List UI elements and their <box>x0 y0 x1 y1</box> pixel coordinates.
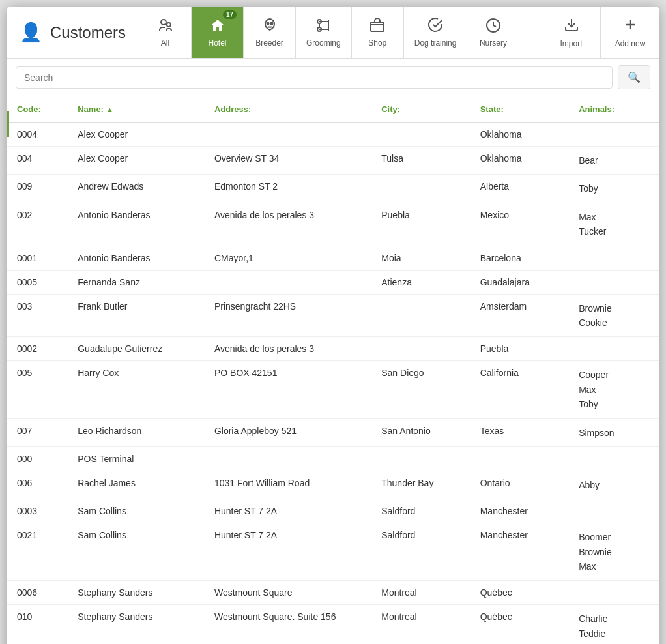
cell-animals: MaxTucker <box>568 203 659 246</box>
col-header-code: Code: <box>7 96 67 123</box>
tab-breeder-label: Breeder <box>255 38 283 48</box>
table-row[interactable]: 010Stephany SandersWestmount Square. Sui… <box>7 605 659 644</box>
cell-name: Rachel James <box>67 471 204 499</box>
cell-state: Manchester <box>470 499 568 523</box>
table-row[interactable]: 000POS Terminal <box>7 446 659 471</box>
left-accent <box>7 111 9 137</box>
sort-arrow-icon: ▲ <box>106 106 113 113</box>
cell-animals: CharlieTeddie <box>568 605 659 644</box>
action-import-label: Import <box>560 39 582 48</box>
tab-dog-training-icon <box>427 18 443 36</box>
cell-city: Montreal <box>371 605 469 644</box>
cell-state: Barcelona <box>470 246 568 270</box>
svg-rect-10 <box>371 22 384 31</box>
tab-nursery[interactable]: Nursery <box>467 7 519 58</box>
cell-address: CMayor,1 <box>204 246 371 270</box>
cell-state: Amsterdam <box>470 294 568 337</box>
header-title: 👤 Customers <box>7 7 139 58</box>
cell-address: Gloria Appleboy 521 <box>204 418 371 446</box>
cell-name: Leo Richardson <box>67 418 204 446</box>
tab-dog-training[interactable]: Dog training <box>404 7 468 58</box>
col-header-name[interactable]: Name:▲ <box>67 96 204 123</box>
cell-name: Stephany Sanders <box>67 605 204 644</box>
col-header-city: City: <box>371 96 469 123</box>
cell-state: Québec <box>470 605 568 644</box>
app-body: 🔍 Code:Name:▲Address:City:State:Animals:… <box>7 59 659 644</box>
cell-city: Tulsa <box>371 147 469 175</box>
table-row[interactable]: 009Andrew EdwadsEdmonton ST 2AlbertaToby <box>7 175 659 203</box>
customers-table: Code:Name:▲Address:City:State:Animals: 0… <box>7 96 659 644</box>
table-row[interactable]: 0003Sam CollinsHunter ST 7 2ASaldfordMan… <box>7 499 659 523</box>
cell-state: Mexico <box>470 203 568 246</box>
cell-state: Guadalajara <box>470 270 568 294</box>
cell-code: 0004 <box>7 123 67 147</box>
action-add-new[interactable]: Add new <box>601 7 659 58</box>
svg-point-2 <box>267 22 268 24</box>
tab-nursery-label: Nursery <box>480 38 507 48</box>
table-row[interactable]: 007Leo RichardsonGloria Appleboy 521San … <box>7 418 659 446</box>
cell-name: Sam Collins <box>67 499 204 523</box>
cell-code: 0021 <box>7 523 67 581</box>
tab-all-label: All <box>161 38 169 48</box>
tab-all[interactable]: All <box>139 7 192 58</box>
table-header-row: Code:Name:▲Address:City:State:Animals: <box>7 96 659 123</box>
table-row[interactable]: 002Antonio BanderasAvenida de los perale… <box>7 203 659 246</box>
table-row[interactable]: 006Rachel James1031 Fort William RoadThu… <box>7 471 659 499</box>
cell-city: Saldford <box>371 499 469 523</box>
cell-city <box>371 337 469 361</box>
table-row[interactable]: 0006Stephany SandersWestmount SquareMont… <box>7 581 659 605</box>
cell-animals: BoomerBrownieMax <box>568 523 659 581</box>
cell-code: 005 <box>7 361 67 418</box>
table-row[interactable]: 0004Alex CooperOklahoma <box>7 123 659 147</box>
cell-state: Québec <box>470 581 568 605</box>
tab-hotel[interactable]: 17Hotel <box>192 7 244 58</box>
cell-name: Harry Cox <box>67 361 204 418</box>
nav-tabs: All17HotelBreederGroomingShopDog trainin… <box>139 7 519 58</box>
action-import[interactable]: Import <box>542 7 601 58</box>
table-row[interactable]: 004Alex CooperOverview ST 34TulsaOklahom… <box>7 147 659 175</box>
cell-state: Puebla <box>470 337 568 361</box>
table-row[interactable]: 003Frank ButlerPrinsengracht 22HSAmsterd… <box>7 294 659 337</box>
table-row[interactable]: 0001Antonio BanderasCMayor,1MoiaBarcelon… <box>7 246 659 270</box>
tab-shop[interactable]: Shop <box>352 7 404 58</box>
table-row[interactable]: 0002Guadalupe GutierrezAvenida de los pe… <box>7 337 659 361</box>
cell-address <box>204 270 371 294</box>
table-row[interactable]: 0005Fernanda SanzAtienzaGuadalajara <box>7 270 659 294</box>
tab-hotel-icon <box>210 18 225 36</box>
cell-code: 0005 <box>7 270 67 294</box>
cell-state: Oklahoma <box>470 123 568 147</box>
tab-shop-label: Shop <box>368 38 386 48</box>
page-title: Customers <box>50 23 126 42</box>
cell-address: PO BOX 42151 <box>204 361 371 418</box>
cell-code: 0003 <box>7 499 67 523</box>
tab-dog-training-label: Dog training <box>414 38 457 48</box>
tab-breeder[interactable]: Breeder <box>244 7 296 58</box>
table-row[interactable]: 005Harry CoxPO BOX 42151San DiegoCalifor… <box>7 361 659 418</box>
table-row[interactable]: 0021Sam CollinsHunter ST 7 2ASaldfordMan… <box>7 523 659 581</box>
cell-name: POS Terminal <box>67 446 204 471</box>
search-input[interactable] <box>16 66 613 89</box>
tab-grooming[interactable]: Grooming <box>296 7 352 58</box>
svg-point-3 <box>270 22 272 24</box>
cell-address: Avenida de los perales 3 <box>204 203 371 246</box>
cell-address <box>204 123 371 147</box>
cell-city <box>371 446 469 471</box>
cell-state <box>470 446 568 471</box>
cell-address: Westmount Square. Suite 156 <box>204 605 371 644</box>
cell-city: Thunder Bay <box>371 471 469 499</box>
cell-code: 009 <box>7 175 67 203</box>
cell-city <box>371 123 469 147</box>
cell-animals <box>568 337 659 361</box>
tab-all-icon <box>158 18 173 36</box>
cell-city: Montreal <box>371 581 469 605</box>
cell-city: San Antonio <box>371 418 469 446</box>
cell-code: 0002 <box>7 337 67 361</box>
tab-nursery-icon <box>485 18 501 36</box>
cell-animals <box>568 270 659 294</box>
search-button[interactable]: 🔍 <box>618 65 650 89</box>
tab-grooming-icon <box>315 18 331 36</box>
cell-name: Antonio Banderas <box>67 203 204 246</box>
cell-city <box>371 175 469 203</box>
cell-animals: Bear <box>568 147 659 175</box>
cell-name: Sam Collins <box>67 523 204 581</box>
